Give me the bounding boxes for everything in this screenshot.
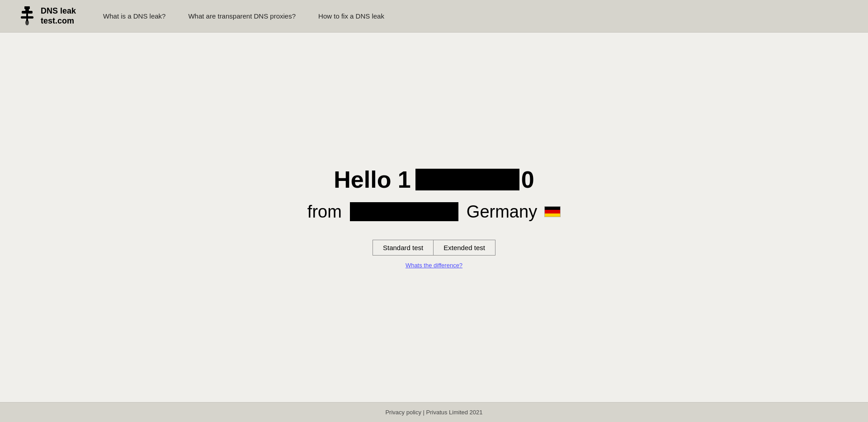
main-content: Hello 1 0 from Germany Standard test Ext… xyxy=(0,33,868,402)
svg-rect-4 xyxy=(21,16,33,19)
standard-test-button[interactable]: Standard test xyxy=(373,240,433,256)
difference-link[interactable]: Whats the difference? xyxy=(406,262,462,269)
extended-test-button[interactable]: Extended test xyxy=(433,240,495,256)
test-buttons-group: Standard test Extended test xyxy=(373,240,495,256)
logo-icon xyxy=(18,5,36,27)
hello-line: Hello 1 0 xyxy=(307,166,561,193)
from-prefix: from xyxy=(307,202,342,222)
svg-rect-0 xyxy=(24,6,30,9)
german-flag-icon xyxy=(544,206,561,217)
svg-rect-1 xyxy=(25,9,29,11)
logo-text: DNS leak test.com xyxy=(41,6,76,26)
svg-rect-2 xyxy=(22,11,33,14)
nav-dns-leak-link[interactable]: What is a DNS leak? xyxy=(103,12,165,20)
footer-text: Privacy policy | Privatus Limited 2021 xyxy=(385,409,482,416)
svg-point-6 xyxy=(25,20,29,25)
site-footer: Privacy policy | Privatus Limited 2021 xyxy=(0,402,868,422)
nav-fix-dns-link[interactable]: How to fix a DNS leak xyxy=(318,12,384,20)
hello-section: Hello 1 0 from Germany xyxy=(307,166,561,222)
country-name: Germany xyxy=(467,202,537,222)
nav-transparent-proxy-link[interactable]: What are transparent DNS proxies? xyxy=(188,12,296,20)
ip2-address-redacted xyxy=(350,202,458,221)
main-nav: What is a DNS leak? What are transparent… xyxy=(103,12,384,20)
ip-address-redacted xyxy=(415,169,519,190)
buttons-section: Standard test Extended test Whats the di… xyxy=(373,240,495,269)
logo-link[interactable]: DNS leak test.com xyxy=(18,5,76,27)
site-header: DNS leak test.com What is a DNS leak? Wh… xyxy=(0,0,868,33)
from-line: from Germany xyxy=(307,202,561,222)
hello-prefix: Hello 1 xyxy=(334,166,411,193)
hello-suffix: 0 xyxy=(521,166,534,193)
